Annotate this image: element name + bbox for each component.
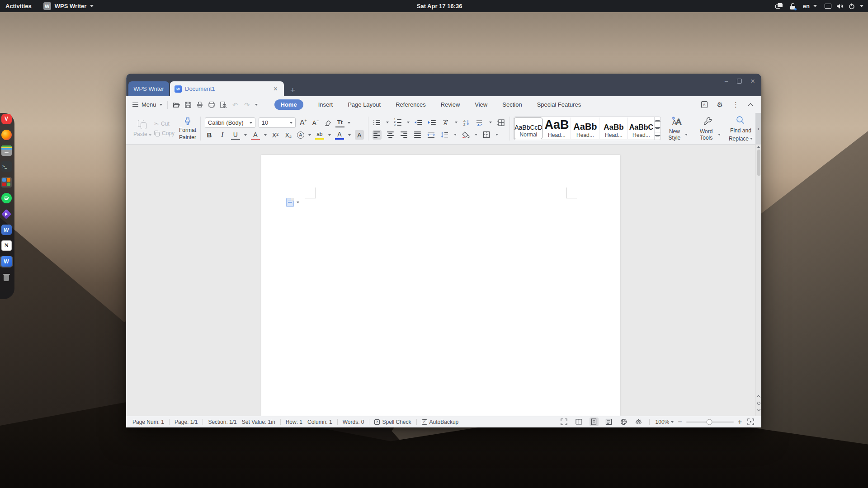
ribbon-overflow-rail[interactable]: › bbox=[755, 113, 761, 144]
status-page[interactable]: Page: 1/1 bbox=[175, 419, 198, 425]
chevron-down-icon[interactable] bbox=[495, 134, 498, 136]
gallery-scroll-up[interactable] bbox=[655, 117, 660, 124]
tab-review[interactable]: Review bbox=[441, 101, 460, 108]
tab-special-features[interactable]: Special Features bbox=[537, 101, 581, 108]
show-hide-marks-button[interactable] bbox=[476, 118, 485, 127]
change-case-button[interactable]: Tt bbox=[335, 118, 344, 127]
gallery-more[interactable] bbox=[655, 132, 660, 140]
font-size-select[interactable]: 10 bbox=[259, 117, 296, 128]
status-set-value[interactable]: Set Value: 1in bbox=[242, 419, 275, 425]
borders-button[interactable] bbox=[482, 130, 491, 140]
previous-page-icon[interactable] bbox=[757, 395, 760, 399]
copy-button[interactable]: Copy bbox=[154, 130, 175, 136]
style-heading-2[interactable]: AaBb Head... bbox=[571, 117, 599, 139]
dock-item-spotify[interactable] bbox=[0, 192, 13, 204]
italic-button[interactable]: I bbox=[218, 130, 227, 140]
new-tab-button[interactable]: + bbox=[290, 86, 295, 96]
shading-button[interactable] bbox=[461, 130, 470, 140]
maximize-button[interactable] bbox=[737, 79, 742, 84]
redo-icon[interactable]: ↷ bbox=[243, 101, 251, 108]
tab-insert[interactable]: Insert bbox=[318, 101, 333, 108]
chevron-down-icon[interactable] bbox=[475, 134, 477, 136]
scroll-up-icon[interactable] bbox=[757, 146, 760, 148]
collapse-ribbon-icon[interactable] bbox=[748, 103, 753, 108]
outline-view-button[interactable] bbox=[604, 418, 613, 426]
dock-item-wps-office[interactable]: W bbox=[0, 224, 13, 236]
font-color-button[interactable]: A bbox=[335, 130, 344, 140]
open-file-button[interactable] bbox=[173, 101, 180, 108]
dock-item-firefox[interactable] bbox=[0, 129, 13, 141]
system-status-menu[interactable] bbox=[825, 3, 863, 9]
style-heading-1[interactable]: AaB Head... bbox=[542, 117, 571, 139]
character-shading-button[interactable]: A bbox=[355, 130, 364, 140]
full-screen-view-button[interactable] bbox=[560, 418, 569, 426]
tab-page-layout[interactable]: Page Layout bbox=[348, 101, 381, 108]
underline-button[interactable]: U bbox=[231, 130, 240, 140]
minimize-button[interactable]: − bbox=[724, 78, 728, 84]
chevron-down-icon[interactable] bbox=[328, 134, 331, 136]
superscript-button[interactable]: X² bbox=[271, 130, 280, 140]
document-assistant[interactable] bbox=[286, 198, 299, 207]
decrease-indent-button[interactable] bbox=[414, 118, 423, 127]
status-page-num[interactable]: Page Num: 1 bbox=[132, 419, 164, 425]
document-area[interactable] bbox=[126, 145, 761, 416]
style-heading-4[interactable]: AaBbC Head... bbox=[628, 117, 654, 139]
cut-button[interactable]: ✂Cut bbox=[154, 121, 175, 127]
app-home-tab[interactable]: WPS Writer bbox=[128, 81, 169, 96]
dock-item-trash[interactable] bbox=[0, 272, 13, 283]
tab-home[interactable]: Home bbox=[274, 99, 303, 110]
focused-app-menu[interactable]: W WPS Writer bbox=[43, 2, 94, 10]
zoom-in-button[interactable]: + bbox=[738, 418, 742, 426]
gear-icon[interactable]: ⚙ bbox=[717, 101, 723, 108]
fit-page-button[interactable] bbox=[746, 418, 755, 426]
chevron-down-icon[interactable] bbox=[348, 134, 351, 136]
chevron-down-icon[interactable] bbox=[308, 134, 311, 136]
gallery-scroll-down[interactable] bbox=[655, 124, 660, 131]
output-as-pdf-button[interactable] bbox=[196, 101, 204, 108]
screen-share-icon[interactable] bbox=[775, 3, 783, 9]
page-layout-view-button[interactable] bbox=[590, 418, 599, 426]
kebab-menu-icon[interactable]: ⋮ bbox=[732, 101, 739, 108]
strikethrough-button[interactable]: A bbox=[251, 130, 260, 140]
undo-icon[interactable]: ↶ bbox=[231, 101, 239, 108]
zoom-slider[interactable] bbox=[686, 422, 734, 422]
dock-item-media-player[interactable] bbox=[0, 208, 13, 220]
word-tools-button[interactable]: Word Tools bbox=[692, 113, 724, 144]
text-direction-button[interactable]: A bbox=[441, 118, 450, 127]
status-words[interactable]: Words: 0 bbox=[343, 419, 364, 425]
subscript-button[interactable]: X₂ bbox=[284, 130, 293, 140]
highlight-color-button[interactable]: ab bbox=[315, 130, 324, 140]
chevron-down-icon[interactable] bbox=[386, 122, 389, 123]
print-button[interactable] bbox=[208, 101, 216, 108]
chevron-down-icon[interactable] bbox=[489, 122, 492, 123]
tab-references[interactable]: References bbox=[396, 101, 425, 108]
spell-check-toggle[interactable]: × Spell Check bbox=[374, 419, 411, 425]
document-page[interactable] bbox=[261, 155, 620, 416]
insert-table-button[interactable] bbox=[496, 118, 505, 127]
grow-font-button[interactable]: A+ bbox=[299, 118, 308, 127]
justify-button[interactable] bbox=[413, 130, 422, 140]
eye-protection-button[interactable] bbox=[634, 418, 643, 426]
keyboard-layout-menu[interactable]: en bbox=[803, 3, 817, 9]
align-left-button[interactable] bbox=[373, 130, 382, 140]
dock-item-notion[interactable]: N bbox=[0, 240, 13, 252]
dock-item-app-grid[interactable] bbox=[0, 287, 13, 299]
main-menu-button[interactable]: Menu bbox=[132, 101, 162, 108]
text-effects-button[interactable]: A bbox=[297, 131, 304, 139]
shrink-font-button[interactable]: A− bbox=[311, 118, 320, 127]
print-preview-button[interactable] bbox=[220, 101, 227, 108]
privacy-lock-icon[interactable] bbox=[790, 3, 795, 9]
next-page-icon[interactable] bbox=[757, 408, 760, 411]
chevron-down-icon[interactable] bbox=[244, 134, 247, 136]
close-button[interactable]: × bbox=[750, 77, 755, 85]
dock-item-wps-writer[interactable]: W bbox=[0, 256, 13, 267]
tab-section[interactable]: Section bbox=[502, 101, 522, 108]
chevron-down-icon[interactable] bbox=[455, 122, 458, 123]
dock-item-terminal[interactable]: >_ bbox=[0, 160, 13, 172]
activities-button[interactable]: Activities bbox=[5, 3, 32, 9]
document-tab[interactable]: W Document1 × bbox=[170, 81, 284, 96]
align-right-button[interactable] bbox=[400, 130, 409, 140]
zoom-level-select[interactable]: 100% bbox=[656, 419, 674, 425]
style-normal[interactable]: AaBbCcD Normal bbox=[514, 117, 542, 139]
web-layout-view-button[interactable] bbox=[619, 418, 628, 426]
